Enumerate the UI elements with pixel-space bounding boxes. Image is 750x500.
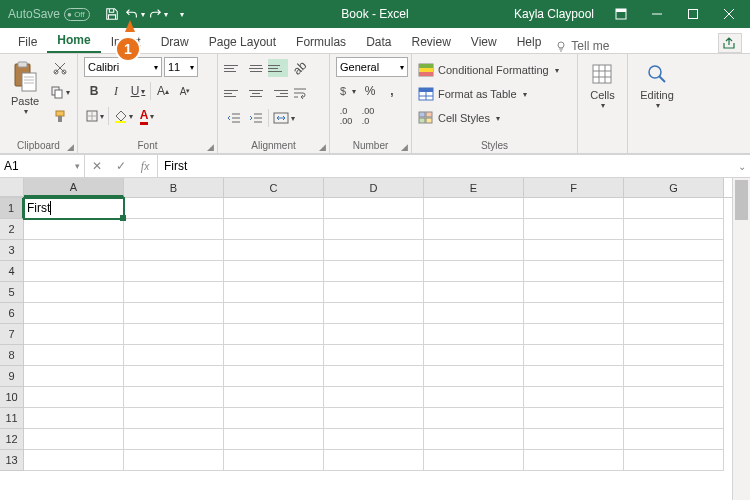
cell-E11[interactable] [424,408,524,429]
minimize-button[interactable] [640,0,674,28]
maximize-button[interactable] [676,0,710,28]
expand-formula-bar-button[interactable]: ⌄ [738,161,746,172]
cell-F13[interactable] [524,450,624,471]
cell-D9[interactable] [324,366,424,387]
percent-format-button[interactable]: % [360,80,380,102]
cell-D12[interactable] [324,429,424,450]
cell-A12[interactable] [24,429,124,450]
formula-input[interactable]: First ⌄ [158,155,750,177]
cell-G2[interactable] [624,219,724,240]
column-header-F[interactable]: F [524,178,624,197]
cell-F4[interactable] [524,261,624,282]
clipboard-dialog-launcher[interactable]: ◢ [67,142,74,152]
cell-D5[interactable] [324,282,424,303]
row-header-11[interactable]: 11 [0,408,24,429]
tab-draw[interactable]: Draw [151,31,199,53]
cell-F5[interactable] [524,282,624,303]
cell-B13[interactable] [124,450,224,471]
cell-G10[interactable] [624,387,724,408]
cell-D13[interactable] [324,450,424,471]
font-name-dropdown[interactable]: Calibri▾ [84,57,162,77]
close-button[interactable] [712,0,746,28]
tell-me[interactable]: Tell me [555,39,609,53]
cell-C11[interactable] [224,408,324,429]
column-header-B[interactable]: B [124,178,224,197]
select-all-corner[interactable] [0,178,24,197]
cell-G3[interactable] [624,240,724,261]
cell-A7[interactable] [24,324,124,345]
cell-A10[interactable] [24,387,124,408]
font-dialog-launcher[interactable]: ◢ [207,142,214,152]
conditional-formatting-button[interactable]: Conditional Formatting▾ [418,59,571,81]
cell-F11[interactable] [524,408,624,429]
cell-C6[interactable] [224,303,324,324]
paste-button[interactable]: Paste ▾ [6,57,44,138]
user-name[interactable]: Kayla Claypool [514,7,594,21]
cell-A6[interactable] [24,303,124,324]
cell-E5[interactable] [424,282,524,303]
align-middle-button[interactable] [246,59,266,77]
align-right-button[interactable] [268,84,288,102]
tab-home[interactable]: Home [47,29,100,53]
cell-F6[interactable] [524,303,624,324]
merge-center-button[interactable]: ▾ [271,107,297,129]
scrollbar-thumb[interactable] [735,180,748,220]
cell-C13[interactable] [224,450,324,471]
cell-C3[interactable] [224,240,324,261]
cell-styles-button[interactable]: Cell Styles▾ [418,107,571,129]
borders-button[interactable]: ▾ [84,105,106,127]
orientation-button[interactable]: ab [290,57,310,79]
tab-view[interactable]: View [461,31,507,53]
column-header-C[interactable]: C [224,178,324,197]
cell-G8[interactable] [624,345,724,366]
row-header-3[interactable]: 3 [0,240,24,261]
row-header-8[interactable]: 8 [0,345,24,366]
copy-button[interactable]: ▾ [48,81,72,103]
vertical-scrollbar[interactable] [732,178,750,500]
cell-E4[interactable] [424,261,524,282]
insert-function-button[interactable]: fx [133,159,157,174]
undo-button[interactable]: ▾ [125,3,145,25]
cell-C8[interactable] [224,345,324,366]
font-size-dropdown[interactable]: 11▾ [164,57,198,77]
tab-page-layout[interactable]: Page Layout [199,31,286,53]
cell-B10[interactable] [124,387,224,408]
align-bottom-button[interactable] [268,59,288,77]
confirm-edit-button[interactable]: ✓ [109,159,133,173]
cell-F8[interactable] [524,345,624,366]
alignment-dialog-launcher[interactable]: ◢ [319,142,326,152]
cell-D4[interactable] [324,261,424,282]
cells-button[interactable]: Cells▾ [586,57,618,149]
cell-A2[interactable] [24,219,124,240]
tab-file[interactable]: File [8,31,47,53]
cell-C10[interactable] [224,387,324,408]
name-box[interactable]: A1 ▾ [0,155,85,177]
cell-A1[interactable]: First [24,198,124,219]
ribbon-display-button[interactable] [604,0,638,28]
cell-B1[interactable] [124,198,224,219]
row-header-10[interactable]: 10 [0,387,24,408]
cell-B8[interactable] [124,345,224,366]
cell-E10[interactable] [424,387,524,408]
autosave-toggle[interactable]: AutoSave ● Off [0,7,98,21]
cell-G5[interactable] [624,282,724,303]
italic-button[interactable]: I [106,80,126,102]
decrease-font-button[interactable]: A▾ [175,80,195,102]
decrease-decimal-button[interactable]: .00.0 [358,105,378,127]
underline-button[interactable]: U▾ [128,80,148,102]
cell-A5[interactable] [24,282,124,303]
cell-D11[interactable] [324,408,424,429]
row-header-2[interactable]: 2 [0,219,24,240]
cell-D3[interactable] [324,240,424,261]
cell-A3[interactable] [24,240,124,261]
fill-color-button[interactable]: ▾ [111,105,135,127]
cell-D6[interactable] [324,303,424,324]
cell-F10[interactable] [524,387,624,408]
cell-F2[interactable] [524,219,624,240]
font-color-button[interactable]: A▾ [137,105,157,127]
row-header-5[interactable]: 5 [0,282,24,303]
decrease-indent-button[interactable] [224,107,244,129]
increase-decimal-button[interactable]: .0.00 [336,105,356,127]
cell-E6[interactable] [424,303,524,324]
cell-B11[interactable] [124,408,224,429]
